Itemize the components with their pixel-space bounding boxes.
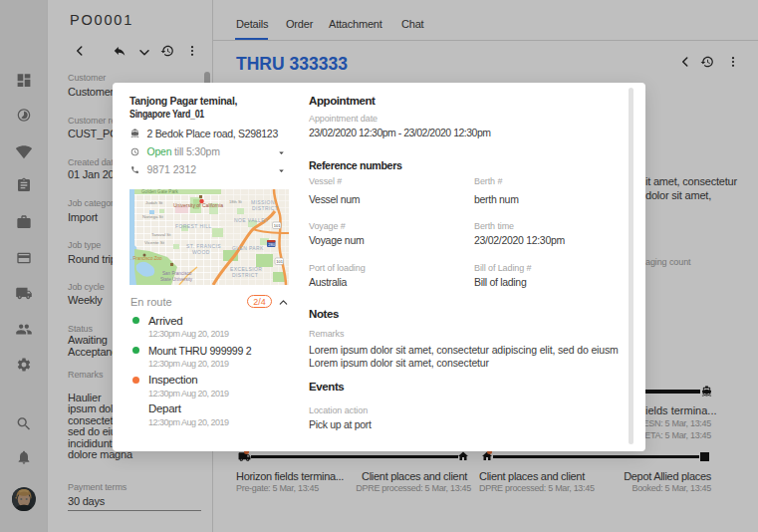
svg-text:Golden Gate Park: Golden Gate Park — [141, 189, 178, 194]
svg-text:WOOD: WOOD — [192, 249, 210, 255]
svg-text:NOE VALLEY: NOE VALLEY — [234, 217, 269, 223]
svg-text:GLEN PARK: GLEN PARK — [232, 245, 264, 251]
svg-text:DISTRICT: DISTRICT — [232, 272, 258, 278]
svg-text:Vicente St: Vicente St — [144, 240, 165, 245]
svg-text:101: 101 — [276, 259, 283, 264]
svg-text:Noriega St: Noriega St — [142, 214, 164, 219]
svg-text:Judah St: Judah St — [145, 200, 163, 205]
svg-text:San Francisco: San Francisco — [162, 271, 192, 276]
svg-text:101: 101 — [274, 223, 281, 228]
svg-text:FOREST HILL: FOREST HILL — [175, 223, 212, 229]
svg-text:280: 280 — [268, 242, 275, 247]
svg-text:ST. FRANCIS: ST. FRANCIS — [186, 243, 221, 249]
svg-text:. Francisco Zoo: . Francisco Zoo — [130, 256, 162, 261]
svg-text:EXCELSIOR: EXCELSIOR — [230, 266, 262, 272]
svg-text:University of California: University of California — [173, 202, 223, 208]
svg-text:18th St: 18th St — [229, 199, 243, 204]
svg-text:Taraval St: Taraval St — [151, 232, 171, 237]
svg-text:State University: State University — [160, 277, 193, 282]
svg-text:MISSION: MISSION — [251, 199, 275, 205]
svg-text:DISTRICT: DISTRICT — [252, 205, 278, 211]
